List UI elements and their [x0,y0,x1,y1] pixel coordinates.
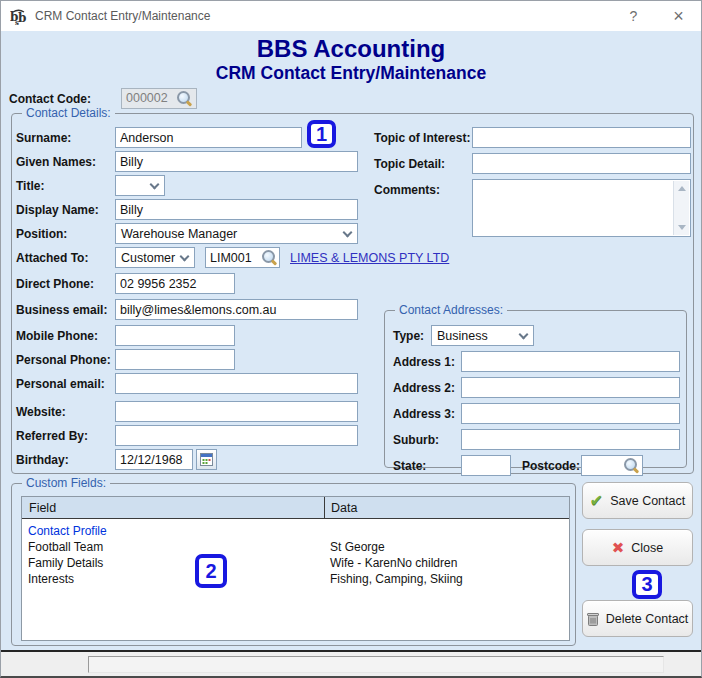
contact-code-lookup-icon[interactable] [177,91,193,107]
chevron-down-icon [180,252,190,262]
address1-label: Address 1: [393,355,455,369]
personal-phone-label: Personal Phone: [16,353,111,367]
contact-addresses-legend: Contact Addresses: [395,303,507,317]
bbs-logo-icon: b s b [10,8,27,25]
direct-phone-input[interactable] [115,273,235,294]
field-column-header: Field [22,497,325,518]
close-button[interactable]: ✖ Close [582,529,693,566]
delete-contact-button[interactable]: Delete Contact [582,600,693,637]
status-bar [1,650,701,676]
custom-fields-header: Field Data [22,497,569,519]
custom-fields-group: Custom Fields: Field Data Contact Profil… [11,483,576,646]
table-row[interactable]: Interests Fishing, Camping, Skiing [22,571,569,587]
display-name-label: Display Name: [16,203,99,217]
given-names-label: Given Names: [16,155,96,169]
address2-input[interactable] [461,377,680,398]
state-label: State: [393,459,426,473]
contact-details-group: Contact Details: Surname: Given Names: T… [11,113,694,474]
mobile-phone-label: Mobile Phone: [16,329,98,343]
direct-phone-label: Direct Phone: [16,277,94,291]
address-type-dropdown[interactable]: Business [431,325,534,346]
attached-to-type-dropdown[interactable]: Customer [115,247,195,268]
chevron-down-icon [519,330,529,340]
mobile-phone-input[interactable] [115,325,235,346]
comments-textarea[interactable] [472,179,691,237]
attached-to-label: Attached To: [16,251,88,265]
topic-detail-label: Topic Detail: [374,157,445,171]
suburb-input[interactable] [461,429,680,450]
website-label: Website: [16,405,66,419]
title-label: Title: [16,179,44,193]
comments-scrollbar[interactable] [673,181,689,235]
suburb-label: Suburb: [393,433,439,447]
personal-email-input[interactable] [115,373,358,394]
surname-input[interactable] [115,127,302,148]
state-input[interactable] [461,455,511,476]
birthday-calendar-button[interactable] [196,449,217,470]
postcode-lookup-icon[interactable] [624,458,640,474]
table-row[interactable]: Contact Profile [22,523,569,539]
topic-of-interest-input[interactable] [472,127,691,148]
crm-contact-window: b s b CRM Contact Entry/Maintenance ? × … [0,0,702,678]
check-icon: ✔ [590,491,603,510]
custom-fields-table: Field Data Contact Profile Football Team… [21,496,570,641]
main-panel: BBS Accounting CRM Contact Entry/Mainten… [1,31,701,650]
business-email-label: Business email: [16,303,107,317]
attached-to-lookup-icon[interactable] [262,250,278,266]
birthday-input[interactable] [115,449,193,470]
trash-icon [587,612,599,626]
contact-details-legend: Contact Details: [22,106,115,120]
topic-detail-input[interactable] [472,153,691,174]
help-button[interactable]: ? [611,1,656,31]
annotation-badge-1: 1 [307,120,336,148]
window-title: CRM Contact Entry/Maintenance [35,9,611,23]
personal-email-label: Personal email: [16,377,105,391]
business-email-input[interactable] [115,299,358,320]
chevron-down-icon [150,180,160,190]
address2-label: Address 2: [393,381,455,395]
table-row[interactable]: Family Details Wife - KarenNo children [22,555,569,571]
data-column-header: Data [325,497,569,518]
title-dropdown[interactable] [115,175,165,196]
referred-by-label: Referred By: [16,429,88,443]
app-title: BBS Accounting [1,35,701,63]
annotation-badge-3: 3 [632,570,662,599]
address1-input[interactable] [461,351,680,372]
x-icon: ✖ [612,539,625,557]
address3-label: Address 3: [393,407,455,421]
attached-entity-link[interactable]: LIMES & LEMONS PTY LTD [290,251,449,265]
personal-phone-input[interactable] [115,349,235,370]
display-name-input[interactable] [115,199,358,220]
contact-addresses-group: Contact Addresses: Type: Business Addres… [384,310,687,468]
status-message-panel [88,656,664,673]
website-input[interactable] [115,401,358,422]
birthday-label: Birthday: [16,453,69,467]
custom-fields-rows: Contact Profile Football Team St George … [22,519,569,640]
surname-label: Surname: [16,131,71,145]
save-contact-button[interactable]: ✔ Save Contact [582,482,693,519]
comments-label: Comments: [374,183,440,197]
scroll-up-icon[interactable] [678,186,686,191]
title-bar: b s b CRM Contact Entry/Maintenance ? × [1,1,701,31]
contact-code-label: Contact Code: [9,92,91,106]
annotation-badge-2: 2 [195,554,227,588]
postcode-label: Postcode: [522,459,580,473]
position-label: Position: [16,227,67,241]
referred-by-input[interactable] [115,425,358,446]
custom-fields-legend: Custom Fields: [22,476,110,490]
table-row[interactable]: Football Team St George [22,539,569,555]
given-names-input[interactable] [115,151,358,172]
position-dropdown[interactable]: Warehouse Manager [115,223,358,244]
topic-of-interest-label: Topic of Interest: [374,131,470,145]
close-window-button[interactable]: × [656,1,701,31]
calendar-icon [200,453,213,466]
screen-title: CRM Contact Entry/Maintenance [1,63,701,84]
address-type-label: Type: [393,329,424,343]
svg-text:b: b [18,11,26,25]
chevron-down-icon [343,228,353,238]
scroll-down-icon[interactable] [678,225,686,230]
address3-input[interactable] [461,403,680,424]
